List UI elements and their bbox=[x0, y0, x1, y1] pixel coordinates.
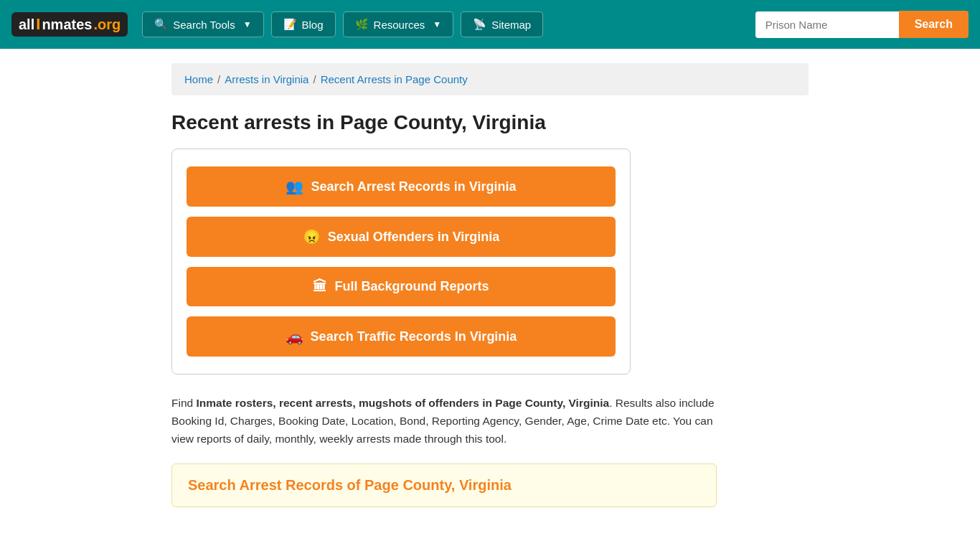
sexual-offenders-button[interactable]: 😠 Sexual Offenders in Virginia bbox=[187, 217, 616, 257]
description-paragraph: Find Inmate rosters, recent arrests, mug… bbox=[171, 395, 717, 448]
logo-text-org: .org bbox=[93, 17, 121, 33]
logo-text-inmates: nmates bbox=[42, 17, 92, 33]
resources-icon: 🌿 bbox=[355, 18, 369, 31]
breadcrumb-sep-2: / bbox=[313, 73, 316, 85]
resources-arrow-icon: ▼ bbox=[433, 19, 441, 29]
action-button-card: 👥 Search Arrest Records in Virginia 😠 Se… bbox=[171, 149, 631, 375]
full-background-reports-label: Full Background Reports bbox=[334, 279, 489, 294]
breadcrumb: Home / Arrests in Virginia / Recent Arre… bbox=[171, 63, 809, 95]
nav-search-button[interactable]: Search bbox=[899, 11, 969, 38]
breadcrumb-current: Recent Arrests in Page County bbox=[321, 73, 468, 85]
building-icon: 🏛 bbox=[313, 278, 327, 295]
nav-search-area: Search bbox=[755, 11, 969, 38]
description-prefix: Find bbox=[171, 397, 196, 409]
resources-button[interactable]: 🌿 Resources ▼ bbox=[343, 11, 454, 37]
search-records-section: Search Arrest Records of Page County, Vi… bbox=[171, 463, 717, 507]
main-content: Home / Arrests in Virginia / Recent Arre… bbox=[160, 49, 820, 522]
full-background-reports-button[interactable]: 🏛 Full Background Reports bbox=[187, 267, 616, 306]
search-tools-button[interactable]: 🔍 Search Tools ▼ bbox=[142, 11, 263, 37]
breadcrumb-home[interactable]: Home bbox=[184, 73, 213, 85]
search-tools-arrow-icon: ▼ bbox=[243, 19, 252, 29]
search-tools-label: Search Tools bbox=[173, 19, 235, 31]
breadcrumb-arrests-virginia[interactable]: Arrests in Virginia bbox=[225, 73, 308, 85]
blog-label: Blog bbox=[302, 19, 324, 31]
search-traffic-records-label: Search Traffic Records In Virginia bbox=[311, 329, 517, 344]
prison-name-input[interactable] bbox=[755, 11, 899, 38]
search-records-title: Search Arrest Records of Page County, Vi… bbox=[188, 477, 700, 494]
blog-icon: 📝 bbox=[283, 18, 297, 31]
resources-label: Resources bbox=[374, 19, 425, 31]
sitemap-icon: 📡 bbox=[473, 18, 486, 31]
logo-text-all: all bbox=[19, 17, 34, 33]
sitemap-label: Sitemap bbox=[491, 19, 531, 31]
blog-button[interactable]: 📝 Blog bbox=[271, 11, 336, 37]
logo[interactable]: all I nmates .org bbox=[11, 12, 128, 37]
logo-i-styled: I bbox=[36, 15, 40, 34]
search-traffic-records-button[interactable]: 🚗 Search Traffic Records In Virginia bbox=[187, 316, 616, 357]
page-title: Recent arrests in Page County, Virginia bbox=[171, 111, 809, 134]
search-tools-icon: 🔍 bbox=[154, 18, 168, 31]
description-bold: Inmate rosters, recent arrests, mugshots… bbox=[196, 397, 609, 409]
people-icon: 👥 bbox=[286, 178, 303, 195]
search-arrest-records-button[interactable]: 👥 Search Arrest Records in Virginia bbox=[187, 166, 616, 207]
navbar: all I nmates .org 🔍 Search Tools ▼ 📝 Blo… bbox=[0, 0, 980, 49]
offender-icon: 😠 bbox=[303, 228, 321, 245]
search-arrest-records-label: Search Arrest Records in Virginia bbox=[311, 179, 516, 194]
sitemap-button[interactable]: 📡 Sitemap bbox=[461, 11, 543, 37]
car-icon: 🚗 bbox=[286, 328, 303, 345]
sexual-offenders-label: Sexual Offenders in Virginia bbox=[328, 230, 500, 245]
breadcrumb-sep-1: / bbox=[217, 73, 220, 85]
